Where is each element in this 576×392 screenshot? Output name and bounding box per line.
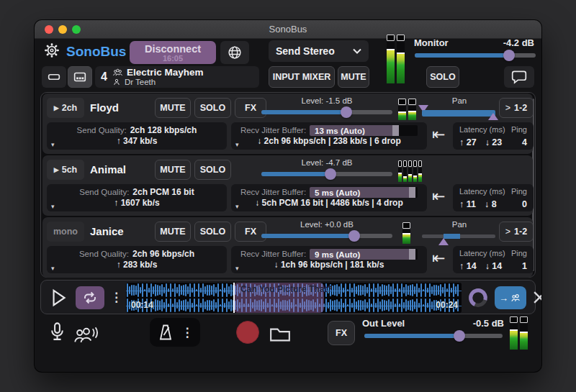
latency-label: Latency (ms) <box>459 125 505 134</box>
play-button[interactable] <box>48 287 69 309</box>
peer-level-knob[interactable] <box>325 168 336 180</box>
jitter-thumb[interactable] <box>409 187 415 198</box>
peer-row-animal: ▶ 5ch Animal MUTE SOLO Level: -4.7 dB Se… <box>42 155 533 216</box>
titlebar[interactable]: SonoBus <box>35 20 541 39</box>
open-file-folder-icon[interactable] <box>268 324 292 344</box>
minimize-window-button[interactable] <box>58 25 67 34</box>
output-meters <box>510 316 528 350</box>
group-info-panel[interactable]: 4 Electric Mayhem Dr Teeth <box>95 66 259 88</box>
waveform-display[interactable]: Can You Picture That? 00:14 00:24 <box>126 283 462 313</box>
send-file-to-group-button[interactable]: → <box>495 286 526 309</box>
collapse-chevron-icon[interactable]: ▾ <box>51 141 55 149</box>
peer-send-quality-panel[interactable]: Send Quality: 2ch 128 kbps/ch ↑ 347 kb/s… <box>47 122 227 150</box>
peer-solo-button[interactable]: SOLO <box>194 160 231 180</box>
jitter-buffer-bar[interactable]: 9 ms (Auto) <box>310 249 418 260</box>
jitter-thumb[interactable] <box>409 249 415 260</box>
playback-gain-knob[interactable] <box>467 287 489 309</box>
jitter-buffer-bar[interactable]: 13 ms (Auto) <box>310 125 418 136</box>
peer-mute-button[interactable]: MUTE <box>155 222 191 242</box>
peer-send-quality-panel[interactable]: Send Quality: 2ch PCM 16 bit ↑ 1607 kb/s… <box>47 184 227 211</box>
chat-button[interactable] <box>504 66 534 88</box>
ping-value: 4 <box>522 137 527 147</box>
sonobus-window: SonoBus SonoBus Disconnect 16:05 <box>35 20 541 372</box>
jitter-buffer-bar[interactable]: 5 ms (Auto) <box>310 187 418 198</box>
main-mute-button[interactable]: MUTE <box>338 66 369 88</box>
mic-input-icon[interactable] <box>48 321 67 347</box>
send-quality-label: Send Quality: <box>79 187 129 197</box>
collapse-chevron-icon[interactable]: ▾ <box>51 265 55 273</box>
metronome-menu-button[interactable]: ⋮ <box>181 325 194 340</box>
peer-jitter-panel[interactable]: Recv Jitter Buffer: 9 ms (Auto) ↓ 1ch 96… <box>231 246 427 273</box>
connect-server-button[interactable] <box>220 41 249 64</box>
player-menu-button[interactable]: ⋮ <box>110 290 122 305</box>
peer-send-quality-panel[interactable]: Send Quality: 2ch 96 kbps/ch ↑ 283 kb/s … <box>47 246 227 273</box>
peer-level-knob[interactable] <box>341 106 352 118</box>
out-level-slider[interactable] <box>364 329 503 342</box>
globe-icon <box>227 45 243 60</box>
group-name: Electric Mayhem <box>127 68 204 78</box>
collapse-chevron-icon[interactable]: ▾ <box>235 141 239 149</box>
file-player: ⋮ Can You Picture That? 00:14 00:24 → <box>40 280 536 314</box>
disconnect-button[interactable]: Disconnect 16:05 <box>130 41 216 64</box>
peer-list: ▶ 2ch Floyd MUTE SOLO FX Level: -1.5 dB … <box>40 92 536 278</box>
view-minimal-button[interactable] <box>42 66 66 88</box>
monitor-slider-knob[interactable] <box>503 50 515 61</box>
view-detailed-button[interactable] <box>68 66 92 88</box>
send-mode-dropdown[interactable]: Send Stereo <box>269 40 369 62</box>
dest-chevron-icon: > <box>505 227 510 237</box>
group-broadcast-icon[interactable] <box>72 325 101 345</box>
pan-right-marker[interactable] <box>488 113 498 120</box>
jitter-reset-icon[interactable]: ⇤ <box>432 249 445 268</box>
input-mixer-button[interactable]: INPUT MIXER <box>269 66 335 88</box>
single-strip-view-icon <box>46 69 62 85</box>
jitter-thumb[interactable] <box>392 125 399 136</box>
peer-pan-slider[interactable] <box>420 229 497 247</box>
peer-latency-panel: Latency (ms)Ping ↑ 14↓ 141 <box>453 246 534 273</box>
metronome-panel[interactable]: ⋮ <box>150 318 200 347</box>
metronome-icon <box>157 323 174 342</box>
send-quality-label: Send Quality: <box>77 125 127 135</box>
out-level-knob[interactable] <box>454 330 465 342</box>
peer-count: 4 <box>101 70 107 83</box>
main-solo-button[interactable]: SOLO <box>426 66 459 88</box>
collapse-chevron-icon[interactable]: ▾ <box>235 203 239 211</box>
zoom-window-button[interactable] <box>72 25 81 34</box>
peer-dest-button[interactable]: > 1-2 <box>499 98 534 118</box>
peer-latency-panel: Latency (ms)Ping ↑ 11↓ 80 <box>453 184 534 211</box>
peer-pan-dual-slider[interactable] <box>420 105 497 122</box>
peer-jitter-panel[interactable]: Recv Jitter Buffer: 13 ms (Auto) ↓ 2ch 9… <box>231 122 427 150</box>
close-player-icon[interactable] <box>532 290 541 305</box>
peer-jitter-panel[interactable]: Recv Jitter Buffer: 5 ms (Auto) ↓ 5ch PC… <box>231 184 427 211</box>
pan-marker[interactable] <box>438 238 449 245</box>
peer-mute-button[interactable]: MUTE <box>155 160 191 180</box>
peer-meters <box>398 99 416 120</box>
peer-mute-button[interactable]: MUTE <box>155 98 191 118</box>
peer-channels-expand-button[interactable]: ▶ 2ch <box>47 98 84 118</box>
collapse-chevron-icon[interactable]: ▾ <box>235 265 239 273</box>
peer-channel-count: 5ch <box>62 165 78 175</box>
peer-solo-button[interactable]: SOLO <box>194 98 231 118</box>
loop-button[interactable] <box>76 286 104 309</box>
jitter-reset-icon[interactable]: ⇤ <box>432 125 445 144</box>
settings-gear-icon[interactable] <box>43 42 60 59</box>
monitor-slider[interactable] <box>415 49 536 62</box>
peer-channels-expand-button[interactable]: ▶ 5ch <box>47 160 84 180</box>
peer-solo-button[interactable]: SOLO <box>194 222 231 242</box>
main-mute-label: MUTE <box>341 72 366 82</box>
close-window-button[interactable] <box>45 25 53 34</box>
peer-level-knob[interactable] <box>348 230 360 242</box>
peer-dest-button[interactable]: > 1-2 <box>499 222 534 242</box>
record-button[interactable] <box>236 321 259 344</box>
latency-label: Latency (ms) <box>459 249 505 257</box>
peer-level-slider[interactable] <box>261 106 392 119</box>
collapse-chevron-icon[interactable]: ▾ <box>51 203 55 211</box>
jitter-reset-icon[interactable]: ⇤ <box>432 187 445 206</box>
peer-name: Janice <box>90 225 124 237</box>
peer-level-slider[interactable] <box>261 229 392 242</box>
latency-label: Latency (ms) <box>459 187 505 196</box>
peer-level-slider[interactable] <box>261 168 392 181</box>
output-fx-button[interactable]: FX <box>328 321 355 345</box>
peer-channels-button[interactable]: mono <box>47 222 84 242</box>
peer-fx-label: FX <box>245 227 256 237</box>
playhead-cursor[interactable] <box>233 283 235 313</box>
